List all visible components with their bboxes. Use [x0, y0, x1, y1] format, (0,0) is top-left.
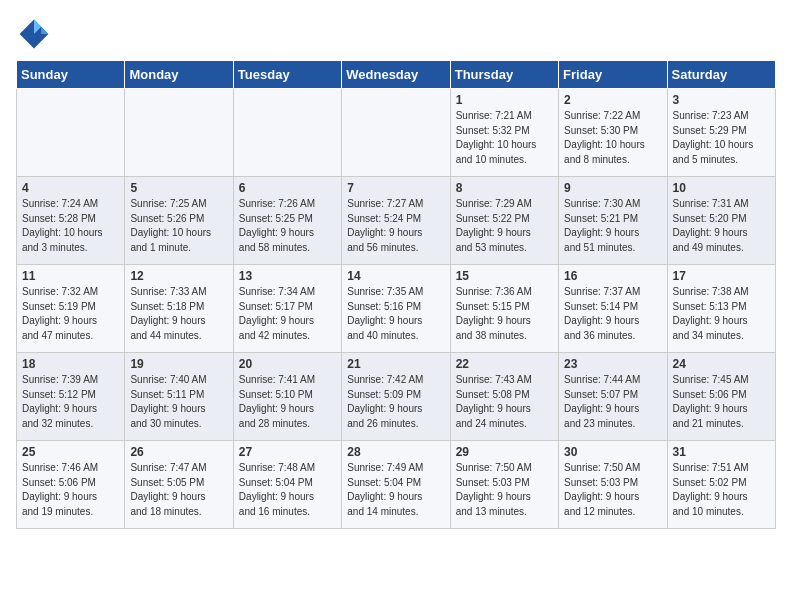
calendar-cell: 2Sunrise: 7:22 AM Sunset: 5:30 PM Daylig…	[559, 89, 667, 177]
day-number: 5	[130, 181, 227, 195]
day-number: 6	[239, 181, 336, 195]
day-number: 12	[130, 269, 227, 283]
calendar-cell: 6Sunrise: 7:26 AM Sunset: 5:25 PM Daylig…	[233, 177, 341, 265]
day-number: 3	[673, 93, 770, 107]
calendar-cell: 4Sunrise: 7:24 AM Sunset: 5:28 PM Daylig…	[17, 177, 125, 265]
calendar-cell: 11Sunrise: 7:32 AM Sunset: 5:19 PM Dayli…	[17, 265, 125, 353]
day-info: Sunrise: 7:39 AM Sunset: 5:12 PM Dayligh…	[22, 373, 119, 431]
day-number: 30	[564, 445, 661, 459]
logo-icon	[16, 16, 52, 52]
day-info: Sunrise: 7:34 AM Sunset: 5:17 PM Dayligh…	[239, 285, 336, 343]
calendar-header: SundayMondayTuesdayWednesdayThursdayFrid…	[17, 61, 776, 89]
calendar-cell: 22Sunrise: 7:43 AM Sunset: 5:08 PM Dayli…	[450, 353, 558, 441]
day-info: Sunrise: 7:23 AM Sunset: 5:29 PM Dayligh…	[673, 109, 770, 167]
day-number: 13	[239, 269, 336, 283]
calendar-cell: 19Sunrise: 7:40 AM Sunset: 5:11 PM Dayli…	[125, 353, 233, 441]
day-number: 18	[22, 357, 119, 371]
calendar-cell: 24Sunrise: 7:45 AM Sunset: 5:06 PM Dayli…	[667, 353, 775, 441]
day-number: 27	[239, 445, 336, 459]
calendar-cell: 5Sunrise: 7:25 AM Sunset: 5:26 PM Daylig…	[125, 177, 233, 265]
calendar-cell: 28Sunrise: 7:49 AM Sunset: 5:04 PM Dayli…	[342, 441, 450, 529]
day-info: Sunrise: 7:40 AM Sunset: 5:11 PM Dayligh…	[130, 373, 227, 431]
calendar-week-1: 1Sunrise: 7:21 AM Sunset: 5:32 PM Daylig…	[17, 89, 776, 177]
day-info: Sunrise: 7:42 AM Sunset: 5:09 PM Dayligh…	[347, 373, 444, 431]
day-number: 22	[456, 357, 553, 371]
day-info: Sunrise: 7:25 AM Sunset: 5:26 PM Dayligh…	[130, 197, 227, 255]
weekday-header-tuesday: Tuesday	[233, 61, 341, 89]
day-number: 15	[456, 269, 553, 283]
weekday-header-thursday: Thursday	[450, 61, 558, 89]
day-info: Sunrise: 7:48 AM Sunset: 5:04 PM Dayligh…	[239, 461, 336, 519]
calendar-week-4: 18Sunrise: 7:39 AM Sunset: 5:12 PM Dayli…	[17, 353, 776, 441]
calendar-cell: 21Sunrise: 7:42 AM Sunset: 5:09 PM Dayli…	[342, 353, 450, 441]
calendar-cell: 29Sunrise: 7:50 AM Sunset: 5:03 PM Dayli…	[450, 441, 558, 529]
calendar-cell: 10Sunrise: 7:31 AM Sunset: 5:20 PM Dayli…	[667, 177, 775, 265]
day-info: Sunrise: 7:27 AM Sunset: 5:24 PM Dayligh…	[347, 197, 444, 255]
calendar-cell: 17Sunrise: 7:38 AM Sunset: 5:13 PM Dayli…	[667, 265, 775, 353]
day-number: 25	[22, 445, 119, 459]
calendar-cell: 9Sunrise: 7:30 AM Sunset: 5:21 PM Daylig…	[559, 177, 667, 265]
page-header	[16, 16, 776, 52]
weekday-header-sunday: Sunday	[17, 61, 125, 89]
calendar-cell: 7Sunrise: 7:27 AM Sunset: 5:24 PM Daylig…	[342, 177, 450, 265]
day-info: Sunrise: 7:51 AM Sunset: 5:02 PM Dayligh…	[673, 461, 770, 519]
day-info: Sunrise: 7:30 AM Sunset: 5:21 PM Dayligh…	[564, 197, 661, 255]
day-info: Sunrise: 7:26 AM Sunset: 5:25 PM Dayligh…	[239, 197, 336, 255]
calendar-cell: 27Sunrise: 7:48 AM Sunset: 5:04 PM Dayli…	[233, 441, 341, 529]
day-info: Sunrise: 7:41 AM Sunset: 5:10 PM Dayligh…	[239, 373, 336, 431]
calendar-cell	[342, 89, 450, 177]
day-info: Sunrise: 7:36 AM Sunset: 5:15 PM Dayligh…	[456, 285, 553, 343]
calendar-cell: 25Sunrise: 7:46 AM Sunset: 5:06 PM Dayli…	[17, 441, 125, 529]
day-info: Sunrise: 7:44 AM Sunset: 5:07 PM Dayligh…	[564, 373, 661, 431]
calendar-cell: 12Sunrise: 7:33 AM Sunset: 5:18 PM Dayli…	[125, 265, 233, 353]
calendar-cell: 20Sunrise: 7:41 AM Sunset: 5:10 PM Dayli…	[233, 353, 341, 441]
day-info: Sunrise: 7:49 AM Sunset: 5:04 PM Dayligh…	[347, 461, 444, 519]
weekday-header-friday: Friday	[559, 61, 667, 89]
calendar-cell: 18Sunrise: 7:39 AM Sunset: 5:12 PM Dayli…	[17, 353, 125, 441]
day-number: 21	[347, 357, 444, 371]
day-number: 4	[22, 181, 119, 195]
day-number: 20	[239, 357, 336, 371]
day-info: Sunrise: 7:35 AM Sunset: 5:16 PM Dayligh…	[347, 285, 444, 343]
day-number: 8	[456, 181, 553, 195]
calendar-cell: 1Sunrise: 7:21 AM Sunset: 5:32 PM Daylig…	[450, 89, 558, 177]
calendar-cell: 3Sunrise: 7:23 AM Sunset: 5:29 PM Daylig…	[667, 89, 775, 177]
day-number: 10	[673, 181, 770, 195]
day-info: Sunrise: 7:33 AM Sunset: 5:18 PM Dayligh…	[130, 285, 227, 343]
day-number: 11	[22, 269, 119, 283]
calendar-cell: 30Sunrise: 7:50 AM Sunset: 5:03 PM Dayli…	[559, 441, 667, 529]
day-number: 28	[347, 445, 444, 459]
day-info: Sunrise: 7:50 AM Sunset: 5:03 PM Dayligh…	[456, 461, 553, 519]
day-number: 1	[456, 93, 553, 107]
day-info: Sunrise: 7:38 AM Sunset: 5:13 PM Dayligh…	[673, 285, 770, 343]
day-number: 26	[130, 445, 227, 459]
day-info: Sunrise: 7:32 AM Sunset: 5:19 PM Dayligh…	[22, 285, 119, 343]
day-info: Sunrise: 7:21 AM Sunset: 5:32 PM Dayligh…	[456, 109, 553, 167]
day-number: 19	[130, 357, 227, 371]
calendar-week-5: 25Sunrise: 7:46 AM Sunset: 5:06 PM Dayli…	[17, 441, 776, 529]
calendar-cell	[233, 89, 341, 177]
weekday-header-monday: Monday	[125, 61, 233, 89]
day-number: 14	[347, 269, 444, 283]
calendar-cell: 13Sunrise: 7:34 AM Sunset: 5:17 PM Dayli…	[233, 265, 341, 353]
day-number: 17	[673, 269, 770, 283]
day-number: 2	[564, 93, 661, 107]
day-number: 23	[564, 357, 661, 371]
calendar-cell: 15Sunrise: 7:36 AM Sunset: 5:15 PM Dayli…	[450, 265, 558, 353]
calendar-cell: 23Sunrise: 7:44 AM Sunset: 5:07 PM Dayli…	[559, 353, 667, 441]
day-number: 24	[673, 357, 770, 371]
weekday-header-wednesday: Wednesday	[342, 61, 450, 89]
day-info: Sunrise: 7:50 AM Sunset: 5:03 PM Dayligh…	[564, 461, 661, 519]
day-info: Sunrise: 7:29 AM Sunset: 5:22 PM Dayligh…	[456, 197, 553, 255]
calendar-week-2: 4Sunrise: 7:24 AM Sunset: 5:28 PM Daylig…	[17, 177, 776, 265]
day-info: Sunrise: 7:37 AM Sunset: 5:14 PM Dayligh…	[564, 285, 661, 343]
day-info: Sunrise: 7:47 AM Sunset: 5:05 PM Dayligh…	[130, 461, 227, 519]
day-info: Sunrise: 7:46 AM Sunset: 5:06 PM Dayligh…	[22, 461, 119, 519]
day-info: Sunrise: 7:24 AM Sunset: 5:28 PM Dayligh…	[22, 197, 119, 255]
calendar-table: SundayMondayTuesdayWednesdayThursdayFrid…	[16, 60, 776, 529]
day-info: Sunrise: 7:22 AM Sunset: 5:30 PM Dayligh…	[564, 109, 661, 167]
day-number: 16	[564, 269, 661, 283]
calendar-cell	[125, 89, 233, 177]
calendar-cell	[17, 89, 125, 177]
calendar-week-3: 11Sunrise: 7:32 AM Sunset: 5:19 PM Dayli…	[17, 265, 776, 353]
